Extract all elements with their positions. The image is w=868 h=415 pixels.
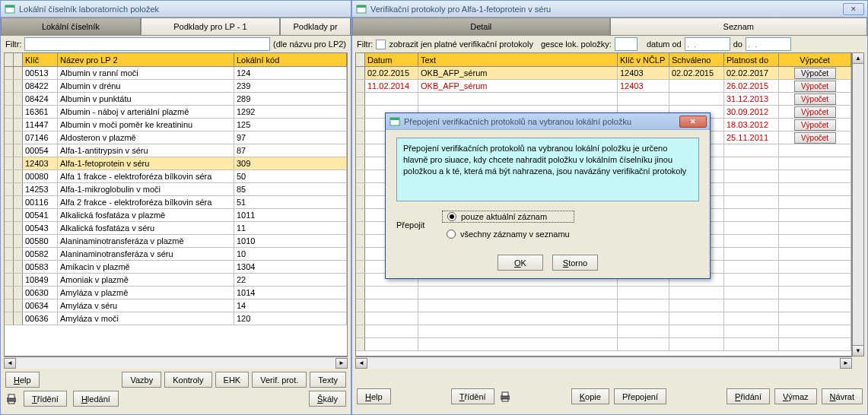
table-row[interactable]: 00580Alaninaminotransferáza v plazmě1010 — [5, 235, 347, 248]
kopie-button[interactable]: Kopie — [571, 388, 609, 404]
date-to-input[interactable] — [746, 37, 791, 51]
tab-detail[interactable]: Detail — [352, 17, 610, 36]
table-row[interactable]: 11447Albumin v moči poměr ke kreatininu1… — [5, 119, 347, 131]
table-row[interactable]: 02.02.2015OKB_AFP_sérum1240302.02.201502… — [356, 67, 851, 80]
table-row[interactable]: 12403Alfa-1-fetoprotein v séru309 — [5, 157, 347, 170]
col-key[interactable]: Klíč — [23, 53, 58, 66]
navrat-button[interactable]: Návrat — [822, 388, 863, 404]
scroll-track[interactable] — [16, 358, 335, 369]
skaly-button[interactable]: Škály — [309, 391, 346, 407]
table-row[interactable]: 00513Albumin v ranní moči124 — [5, 67, 347, 80]
prepojeni-button[interactable]: Přepojení — [614, 388, 666, 404]
table-row[interactable]: 10849Amoniak v plazmě22 — [5, 274, 347, 287]
col-text[interactable]: Text — [418, 53, 618, 66]
gesce-input[interactable] — [615, 37, 637, 51]
help-button[interactable]: Help — [357, 388, 391, 404]
vypocet-button[interactable]: Výpočet — [794, 93, 836, 105]
pridani-button[interactable]: Přidání — [727, 388, 770, 404]
valid-only-checkbox[interactable] — [376, 40, 386, 49]
print-icon[interactable] — [5, 394, 17, 404]
scroll-left-icon[interactable]: ◄ — [355, 358, 367, 369]
table-row[interactable]: 00054Alfa-1-antitrypsin v séru87 — [5, 144, 347, 157]
table-row[interactable]: 08422Albumin v drénu239 — [5, 80, 347, 93]
col-datum[interactable]: Datum — [365, 53, 418, 66]
row-selector — [14, 131, 23, 144]
radio-all-records[interactable]: všechny záznamy v seznamu — [442, 229, 574, 239]
cell-key: 14253 — [23, 183, 58, 195]
trideni-button[interactable]: Třídění — [451, 388, 494, 404]
table-row[interactable]: 00582Alaninaminotransferáza v séru10 — [5, 248, 347, 261]
col-localcode[interactable]: Lokální kód — [234, 53, 347, 66]
ehk-button[interactable]: EHK — [215, 372, 250, 388]
radio-current-record[interactable]: pouze aktuální záznam — [442, 211, 574, 223]
cell-localcode: 22 — [234, 274, 347, 286]
verif-button[interactable]: Verif. prot. — [252, 372, 307, 388]
trideni-button[interactable]: Třídění — [24, 391, 67, 407]
table-row[interactable]: 31.12.2013Výpočet — [356, 93, 851, 106]
scroll-down-icon[interactable]: ▼ — [853, 345, 863, 356]
tab-local-codelist[interactable]: Lokální číselník — [1, 17, 141, 36]
filter-input[interactable] — [24, 37, 270, 51]
vypocet-button[interactable]: Výpočet — [794, 119, 836, 131]
col-nclp[interactable]: Klíč v NČLP — [618, 53, 669, 66]
vscrollbar[interactable]: ▲ ▼ — [852, 52, 864, 356]
cell-schvaleno — [669, 93, 724, 105]
col-platnost[interactable]: Platnost do — [724, 53, 779, 66]
cell-name: Alfa-1-fetoprotein v séru — [58, 157, 234, 169]
vymaz-button[interactable]: Výmaz — [774, 388, 817, 404]
vypocet-button[interactable]: Výpočet — [794, 81, 836, 92]
table-row[interactable]: 07146Aldosteron v plazmě97 — [5, 131, 347, 144]
row-selector — [5, 261, 14, 273]
row-selector-header2 — [14, 53, 23, 66]
vypocet-button[interactable]: Výpočet — [794, 106, 836, 118]
col-name[interactable]: Název pro LP 2 — [58, 53, 234, 66]
scroll-right-icon[interactable]: ► — [840, 358, 852, 369]
scroll-right-icon[interactable]: ► — [335, 358, 348, 369]
col-schvaleno[interactable]: Schváleno — [669, 53, 724, 66]
row-selector — [356, 119, 365, 131]
texty-button[interactable]: Texty — [310, 372, 346, 388]
kontroly-button[interactable]: Kontroly — [164, 372, 211, 388]
cell-name: Amyláza v plazmě — [58, 287, 234, 299]
scroll-left-icon[interactable]: ◄ — [4, 358, 16, 369]
table-row[interactable]: 00630Amyláza v plazmě1014 — [5, 287, 347, 299]
table-row[interactable]: 14253Alfa-1-mikroglobulin v moči85 — [5, 183, 347, 196]
filter-label: Filtr: — [357, 40, 373, 49]
help-button[interactable]: Help — [5, 372, 40, 388]
table-row[interactable]: 00541Alkalická fosfatáza v plazmě1011 — [5, 209, 347, 222]
tab-podklady-1[interactable]: Podklady pro LP - 1 — [141, 17, 281, 36]
col-vypocet[interactable]: Výpočet — [779, 53, 851, 66]
cell-localcode: 50 — [234, 170, 347, 182]
vypocet-button[interactable]: Výpočet — [794, 68, 836, 79]
ok-button[interactable]: OK — [498, 255, 543, 271]
hscrollbar[interactable]: ◄ ► — [355, 356, 852, 369]
table-row[interactable]: 00080Alfa 1 frakce - elektroforéza bílko… — [5, 170, 347, 183]
row-selector — [14, 209, 23, 221]
table-row[interactable]: 16361Albumin - náboj v arteriální plazmě… — [5, 106, 347, 119]
table-row[interactable]: 00116Alfa 2 frakce - elektroforéza bílko… — [5, 196, 347, 209]
app-icon — [4, 3, 16, 15]
dialog-close-button[interactable]: ✕ — [679, 116, 707, 128]
scroll-track[interactable] — [367, 358, 840, 369]
hledani-button[interactable]: Hledání — [73, 391, 119, 407]
table-row[interactable]: 00634Amyláza v séru14 — [5, 299, 347, 312]
tab-podklady-2[interactable]: Podklady pr — [280, 17, 351, 36]
scroll-thumb[interactable] — [853, 64, 863, 345]
table-row[interactable]: 11.02.2014OKB_AFP_sérum1240326.02.2015Vý… — [356, 80, 851, 93]
table-row[interactable]: 00583Amikacin v plazmě1304 — [5, 261, 347, 274]
table-row[interactable]: 08424Albumin v punktátu289 — [5, 93, 347, 106]
date-from-input[interactable] — [685, 37, 730, 51]
table-row[interactable]: 00543Alkalická fosfatáza v séru11 — [5, 222, 347, 235]
button-bar-2: Třídění Hledání Škály — [1, 391, 351, 410]
hscrollbar[interactable]: ◄ ► — [4, 356, 348, 369]
table-row[interactable]: 00636Amyláza v moči120 — [5, 312, 347, 325]
tabs: Lokální číselník Podklady pro LP - 1 Pod… — [1, 17, 351, 36]
vazby-button[interactable]: Vazby — [122, 372, 161, 388]
tab-seznam[interactable]: Seznam — [610, 17, 868, 36]
scroll-up-icon[interactable]: ▲ — [853, 53, 863, 64]
close-button[interactable]: ✕ — [843, 3, 864, 15]
storno-button[interactable]: Storno — [552, 255, 598, 271]
print-icon[interactable] — [499, 391, 511, 402]
vypocet-button[interactable]: Výpočet — [794, 132, 836, 144]
table-row-empty — [356, 325, 851, 338]
